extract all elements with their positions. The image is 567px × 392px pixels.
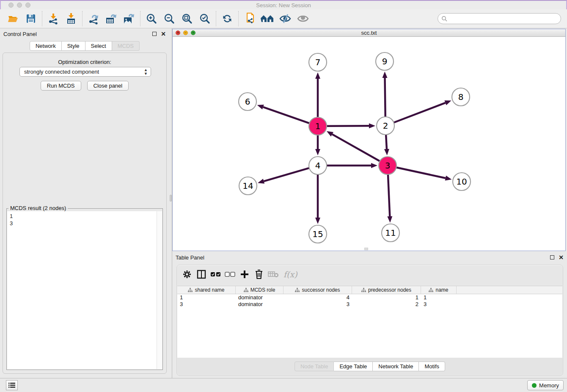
zoom-out-icon[interactable] [160,11,178,27]
table-cell[interactable]: 3 [284,301,352,308]
open-from-ndex-icon[interactable] [259,11,276,27]
edge-arrowhead [444,100,451,105]
edge-arrowhead [369,123,375,128]
select-all-columns-icon[interactable] [210,268,222,280]
column-header-successor-nodes[interactable]: successor nodes [284,286,352,294]
column-header-shared-name[interactable]: shared name [177,286,236,294]
table-cell[interactable]: 3 [421,301,457,308]
column-header-name[interactable]: name [421,286,457,294]
table-cell[interactable]: 4 [284,294,352,301]
chevron-up-down-icon: ▲▼ [144,68,148,76]
table-cell[interactable]: dominator [236,294,284,301]
close-panel-button[interactable]: Close panel [87,81,129,91]
mcds-result-group: MCDS result (2 nodes) 1 3 [6,208,163,370]
node-table-rows: 1dominator4113dominator323 [177,294,562,308]
tab-node-table[interactable]: Node Table [295,362,334,371]
table-cell[interactable]: 1 [421,294,457,301]
table-cell[interactable]: dominator [236,301,284,308]
export-image-icon[interactable] [120,11,138,27]
toolbar-separator [42,11,42,26]
table-panel: Table Panel ✕ [172,252,567,378]
import-network-icon[interactable] [44,11,62,27]
criterion-select-value: strongly connected component [24,69,99,75]
panel-splitter[interactable] [169,28,172,378]
tab-network[interactable]: Network [30,41,62,51]
open-session-icon[interactable] [4,11,22,27]
refresh-view-icon[interactable] [218,11,236,27]
edge-2-8[interactable] [394,103,446,123]
table-row[interactable]: 1dominator411 [177,294,562,301]
task-history-button[interactable] [6,380,18,390]
close-panel-icon[interactable]: ✕ [161,32,166,36]
graph-node-label: 3 [385,160,391,171]
float-panel-icon[interactable] [152,32,157,36]
edge-3-11[interactable] [388,174,390,216]
search-box[interactable] [438,13,561,24]
unselect-all-columns-icon[interactable] [224,268,236,280]
tab-mcds[interactable]: MCDS [112,41,140,51]
edge-4-14[interactable] [264,168,309,181]
tab-edge-table[interactable]: Edge Table [334,362,373,371]
control-panel: Control Panel ✕ NetworkStyleSelectMCDS O… [0,28,169,378]
search-input[interactable] [449,14,561,23]
column-type-icon [188,288,193,292]
graph-node-label: 9 [382,56,388,66]
float-table-panel-icon[interactable] [550,255,554,259]
memory-button[interactable]: Memory [527,380,564,390]
result-scrollbar[interactable] [157,211,162,369]
column-header-MCDS-role[interactable]: MCDS role [236,286,284,294]
show-column-icon[interactable] [195,268,207,280]
edge-arrowhead [445,176,452,181]
control-panel-title: Control Panel [3,31,37,37]
edge-3-1[interactable] [332,134,380,161]
table-cell[interactable]: 2 [352,301,421,308]
delete-column-icon[interactable] [253,268,265,280]
network-window-title: scc.txt [173,30,565,36]
add-column-icon[interactable] [239,268,250,280]
graph-node-label: 6 [245,97,250,107]
memory-status-icon [532,383,537,388]
edge-1-6[interactable] [263,107,309,123]
zoom-fit-icon[interactable] [178,11,196,27]
edge-arrowhead [387,216,392,223]
optimization-criterion-label: Optimization criterion: [3,59,166,65]
edge-2-9[interactable] [385,78,385,117]
status-bar: Memory [0,378,567,392]
table-cell[interactable]: 1 [352,294,421,301]
control-tabs: NetworkStyleSelectMCDS [0,41,169,51]
table-toolbar: f(x) [177,265,563,284]
tab-style[interactable]: Style [62,41,85,51]
save-session-icon[interactable] [22,11,40,27]
zoom-in-icon[interactable] [143,11,160,27]
edge-1-2[interactable] [327,126,369,126]
network-canvas[interactable]: 1234678910111415 [173,37,565,251]
function-builder-icon[interactable]: f(x) [284,270,297,279]
hide-graphics-details-icon[interactable] [276,11,294,27]
clone-network-icon[interactable] [241,11,259,27]
tab-select[interactable]: Select [85,41,112,51]
export-network-icon[interactable] [85,11,102,27]
column-header-predecessor-nodes[interactable]: predecessor nodes [352,286,421,294]
network-graph: 1234678910111415 [173,37,565,251]
mcds-result-text[interactable]: 1 3 [7,211,157,369]
table-row[interactable]: 3dominator323 [177,301,562,308]
edge-2-3[interactable] [386,135,387,149]
tab-motifs[interactable]: Motifs [419,362,445,371]
import-table-icon[interactable] [62,11,80,27]
table-tabs-bar: Node TableEdge TableNetwork TableMotifs [177,358,562,375]
edge-3-10[interactable] [396,167,446,178]
run-mcds-button[interactable]: Run MCDS [41,81,81,91]
zoom-selected-icon[interactable] [196,11,214,27]
export-table-icon[interactable] [102,11,120,27]
splitter-grip[interactable] [170,195,172,202]
show-graphics-details-icon[interactable] [294,11,312,27]
tab-network-table[interactable]: Network Table [373,362,419,371]
network-resize-grip[interactable] [364,248,368,250]
close-table-panel-icon[interactable]: ✕ [559,255,564,259]
settings-gear-icon[interactable] [181,268,193,280]
table-cell[interactable]: 3 [177,301,236,308]
delete-table-icon[interactable] [267,268,279,280]
control-panel-header: Control Panel ✕ [0,28,169,39]
criterion-select[interactable]: strongly connected component ▲▼ [19,67,151,77]
table-cell[interactable]: 1 [177,294,236,301]
